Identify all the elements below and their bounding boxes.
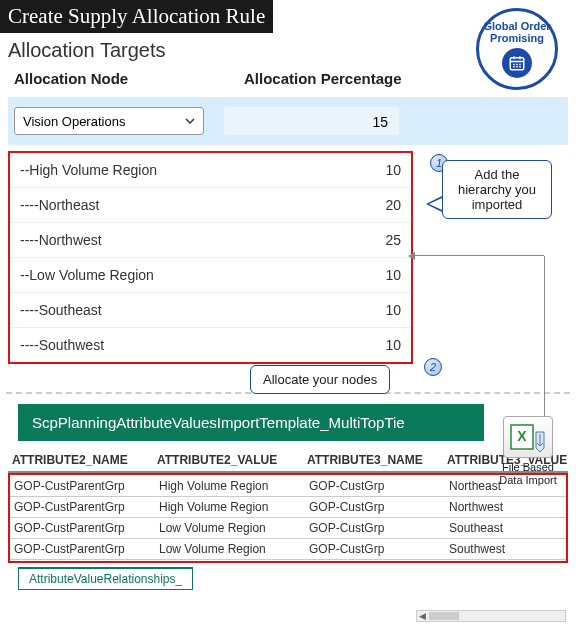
badge-line2: Promising [490,32,544,44]
svg-text:X: X [517,428,527,444]
col-header-pct: Allocation Percentage [244,70,562,87]
hierarchy-name: ----Northeast [20,197,351,213]
table-cell: GOP-CustGrp [305,542,445,556]
callout-add-hierarchy: Add the hierarchy you imported [442,160,552,219]
table-cell: GOP-CustGrp [305,500,445,514]
col-header-node: Allocation Node [14,70,244,87]
file-import-label-1: File Based [492,461,564,474]
table-cell: High Volume Region [155,500,305,514]
hierarchy-row[interactable]: --High Volume Region 10 [10,153,411,187]
table-header-row: ATTRIBUTE2_NAME ATTRIBUTE2_VALUE ATTRIBU… [8,449,568,473]
hierarchy-value: 10 [351,302,401,318]
table-header: ATTRIBUTE2_NAME [8,453,153,467]
scroll-thumb[interactable] [429,612,459,620]
callout-tail-icon [426,196,442,212]
table-row[interactable]: GOP-CustParentGrp Low Volume Region GOP-… [10,518,566,539]
table-cell: GOP-CustParentGrp [10,479,155,493]
hierarchy-name: ----Northwest [20,232,351,248]
hierarchy-list: --High Volume Region 10 ----Northeast 20… [8,151,413,364]
allocation-pct-input[interactable]: 15 [224,107,399,135]
file-based-data-import[interactable]: X File Based Data Import [492,416,564,486]
table-cell: GOP-CustParentGrp [10,521,155,535]
table-cell: GOP-CustParentGrp [10,500,155,514]
badge-line1: Global Order [483,20,550,32]
table-cell: Low Volume Region [155,521,305,535]
allocation-node-select[interactable]: Vision Operations [14,107,204,135]
hierarchy-value: 10 [351,162,401,178]
hierarchy-value: 20 [351,197,401,213]
sheet-tab[interactable]: AttributeValueRelationships_ [18,567,193,590]
attribute-table: ATTRIBUTE2_NAME ATTRIBUTE2_VALUE ATTRIBU… [8,449,568,563]
table-cell: GOP-CustGrp [305,479,445,493]
horizontal-scrollbar[interactable]: ◀ [416,610,566,622]
hierarchy-row[interactable]: ----Northeast 20 [10,187,411,222]
page-title: Create Supply Allocation Rule [0,0,273,33]
table-cell: Northwest [445,500,566,514]
table-cell: High Volume Region [155,479,305,493]
hierarchy-value: 10 [351,337,401,353]
hierarchy-row[interactable]: --Low Volume Region 10 [10,257,411,292]
table-row[interactable]: GOP-CustParentGrp High Volume Region GOP… [10,497,566,518]
column-headers: Allocation Node Allocation Percentage [8,66,568,97]
hierarchy-name: ----Southwest [20,337,351,353]
hierarchy-name: ----Southeast [20,302,351,318]
hierarchy-value: 10 [351,267,401,283]
table-row[interactable]: GOP-CustParentGrp Low Volume Region GOP-… [10,539,566,560]
callout-allocate-nodes: Allocate your nodes [250,365,390,394]
selected-node-row: Vision Operations 15 [8,97,568,145]
highlighted-rows: GOP-CustParentGrp High Volume Region GOP… [8,473,568,563]
excel-import-icon: X [503,416,553,458]
table-cell: Low Volume Region [155,542,305,556]
step-marker-2: 2 [424,358,442,376]
file-import-label-2: Data Import [492,474,564,487]
hierarchy-row[interactable]: ----Northwest 25 [10,222,411,257]
scroll-left-icon[interactable]: ◀ [417,611,427,621]
table-cell: GOP-CustParentGrp [10,542,155,556]
template-filename: ScpPlanningAttributeValuesImportTemplate… [18,404,484,441]
table-cell: Southeast [445,521,566,535]
table-row[interactable]: GOP-CustParentGrp High Volume Region GOP… [10,476,566,497]
table-header: ATTRIBUTE2_VALUE [153,453,303,467]
hierarchy-name: --High Volume Region [20,162,351,178]
table-header: ATTRIBUTE3_NAME [303,453,443,467]
connector-arrow-icon [414,255,544,256]
select-value: Vision Operations [23,114,125,129]
chevron-down-icon [185,114,195,129]
table-cell: GOP-CustGrp [305,521,445,535]
table-cell: Southwest [445,542,566,556]
hierarchy-row[interactable]: ----Southwest 10 [10,327,411,362]
hierarchy-value: 25 [351,232,401,248]
hierarchy-name: --Low Volume Region [20,267,351,283]
hierarchy-row[interactable]: ----Southeast 10 [10,292,411,327]
